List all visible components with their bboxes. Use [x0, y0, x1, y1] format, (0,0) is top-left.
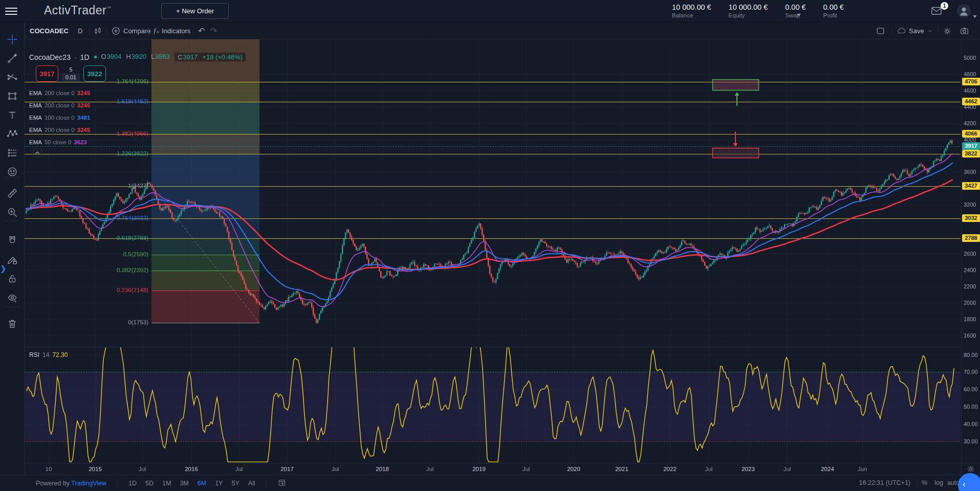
spread-value: 5: [69, 66, 72, 73]
legend-interval: 1D: [80, 53, 90, 61]
range-5d-button[interactable]: 5D: [145, 480, 154, 487]
sell-button[interactable]: 3917: [36, 65, 58, 82]
time-label: Jul: [426, 466, 434, 472]
current-price-badge: 3917: [962, 142, 980, 150]
time-label: Jul: [235, 466, 243, 472]
toolbar-separator: [4, 177, 20, 177]
market-status-icon: [93, 55, 98, 59]
hide-all-icon[interactable]: [7, 292, 18, 303]
time-label: 2021: [615, 466, 628, 472]
time-axis[interactable]: 102015Jul2016Jul2017Jul2018Jul2019Jul202…: [25, 463, 961, 475]
go-to-date-icon[interactable]: [277, 478, 287, 489]
price-tick: 3600: [964, 169, 976, 175]
new-order-button[interactable]: + New Order: [161, 3, 229, 19]
time-label: 2022: [663, 466, 677, 472]
fib-level-label: 1.618(4462): [67, 98, 148, 104]
profit-caret-icon[interactable]: [797, 14, 801, 16]
price-tick: 1600: [964, 332, 976, 339]
rectangle-icon[interactable]: [7, 91, 18, 102]
price-level-badge: 4462: [962, 98, 980, 105]
log-scale-button[interactable]: log: [934, 479, 943, 486]
fib-level-label: 0.5(2590): [67, 251, 148, 257]
hamburger-icon[interactable]: [5, 6, 17, 17]
ohlc-item: H3920: [126, 53, 146, 61]
undo-icon[interactable]: ↶: [198, 23, 205, 39]
price-tick: 2200: [964, 283, 976, 289]
zoom-in-icon[interactable]: [7, 207, 18, 218]
chart-type-button[interactable]: [93, 23, 102, 39]
indicator-row[interactable]: EMA100 close 03481: [29, 114, 90, 122]
chart-legend[interactable]: CocoaDec23 · 1D O3904H3920L3863C3917+18 …: [29, 53, 246, 61]
range-5y-button[interactable]: 5Y: [231, 480, 239, 487]
forecast-icon[interactable]: [7, 147, 18, 159]
price-level-badge: 3032: [962, 214, 980, 222]
account-label: Swap: [785, 12, 805, 18]
indicators-button[interactable]: ƒxIndicators: [153, 23, 190, 39]
redo-icon[interactable]: ↷: [210, 23, 217, 39]
time-label: 2017: [280, 466, 294, 472]
ohlc-item: O3904: [101, 53, 122, 61]
time-label: Jul: [522, 466, 530, 472]
indicator-row[interactable]: EMA200 close 03245: [29, 89, 90, 97]
rsi-legend[interactable]: RSI 14 72.30: [29, 351, 68, 359]
avatar[interactable]: [957, 4, 971, 18]
range-all-button[interactable]: All: [248, 480, 255, 487]
rsi-tick: 50.00: [964, 404, 978, 410]
avatar-caret-icon[interactable]: [973, 15, 977, 18]
save-button[interactable]: Save: [897, 23, 933, 39]
mail-badge: 1: [941, 2, 948, 10]
price-axis[interactable]: 5000480046004400420040003600320026002400…: [961, 39, 980, 463]
tradingview-link[interactable]: TradingView: [71, 480, 106, 487]
symbol-search-button[interactable]: COCOADEC23: [30, 23, 69, 39]
range-1y-button[interactable]: 1Y: [215, 480, 223, 487]
chart-toolbar: COCOADEC23 D Compare ƒxIndicators ↶ ↷ Sa…: [25, 23, 980, 39]
range-1d-button[interactable]: 1D: [128, 480, 137, 487]
price-tick: 5000: [964, 55, 976, 61]
range-3m-button[interactable]: 3M: [180, 480, 188, 487]
panel-expand-chevron[interactable]: ❯: [0, 264, 7, 273]
rsi-tick: 70.00: [964, 369, 978, 375]
price-tick: 4600: [964, 87, 976, 94]
lock-all-icon[interactable]: [7, 273, 18, 284]
drawing-mode-icon[interactable]: [7, 254, 18, 265]
compare-button[interactable]: Compare: [111, 23, 150, 39]
legend-collapse-button[interactable]: [33, 149, 42, 157]
camera-icon[interactable]: [960, 23, 969, 39]
time-label: 2018: [376, 466, 389, 472]
account-label: Profit: [823, 12, 844, 18]
time-label: Jul: [332, 466, 339, 472]
trend-line-icon[interactable]: [7, 53, 18, 64]
chart-canvas[interactable]: [0, 0, 980, 491]
close-group: C3917+18 (+0.46%): [175, 53, 246, 61]
price-tick: 2000: [964, 300, 976, 306]
range-1m-button[interactable]: 1M: [162, 480, 171, 487]
xabcd-pattern-icon[interactable]: [7, 128, 18, 140]
indicator-row[interactable]: EMA50 close 03623: [29, 138, 87, 146]
price-tick: 4200: [964, 120, 976, 126]
crosshair-icon[interactable]: [7, 34, 18, 45]
range-6m-button[interactable]: 6M: [198, 480, 206, 487]
text-icon[interactable]: [7, 109, 18, 121]
ruler-icon[interactable]: [7, 188, 18, 199]
fib-level-label: 0.764(3032): [67, 215, 148, 221]
time-label: 2020: [567, 466, 580, 472]
app-logo: ActivTrader™: [44, 4, 112, 17]
app-header: ActivTrader™ + New Order 10 000.00 €Bala…: [0, 0, 980, 23]
price-level-badge: 2788: [962, 234, 980, 242]
fib-level-label: 1(3427): [67, 183, 148, 189]
fib-retracement-icon[interactable]: [7, 72, 18, 83]
maximize-icon[interactable]: [876, 23, 885, 39]
account-balance: 10 000.00 €Balance: [672, 3, 711, 18]
emoji-icon[interactable]: [7, 166, 18, 177]
toolbar-separator: [4, 307, 20, 307]
remove-all-icon[interactable]: [7, 318, 18, 329]
fib-level-label: 1.236(3822): [67, 150, 148, 157]
magnet-icon[interactable]: [7, 235, 18, 247]
interval-button[interactable]: D: [78, 23, 82, 39]
account-label: Balance: [672, 12, 711, 18]
account-profit: 0.00 €Profit: [823, 3, 844, 18]
rsi-tick: 40.00: [964, 421, 978, 427]
percent-scale-button[interactable]: %: [922, 479, 927, 486]
gear-icon[interactable]: [943, 23, 952, 39]
rsi-tick: 80.00: [964, 352, 978, 358]
